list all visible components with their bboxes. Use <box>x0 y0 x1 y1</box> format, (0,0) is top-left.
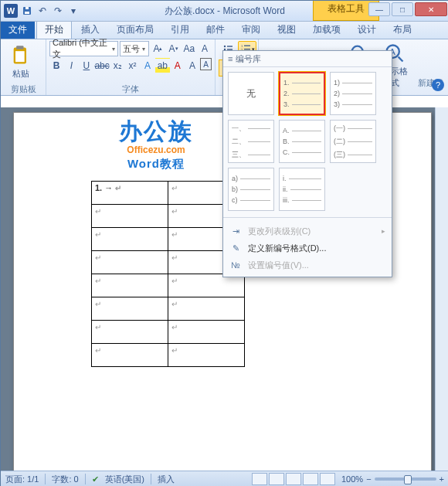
redo-icon[interactable]: ↷ <box>52 5 64 17</box>
zoom-out-button[interactable]: − <box>366 474 371 484</box>
table-row: ↵↵ <box>92 274 245 297</box>
number-option-abc-upper[interactable]: A. B. C. <box>279 120 325 163</box>
change-case-button[interactable]: Aa <box>182 41 196 56</box>
view-draft[interactable] <box>320 473 335 485</box>
table-cell[interactable]: ↵ <box>92 297 168 321</box>
table-cell[interactable]: ↵ <box>168 274 245 297</box>
superscript-button[interactable]: x² <box>125 58 139 73</box>
table-row: ↵↵ <box>92 321 245 344</box>
zoom-slider[interactable] <box>375 478 436 481</box>
table-row: 1. → ↵↵ <box>92 182 245 205</box>
status-language[interactable]: 英语(美国) <box>105 474 144 485</box>
svg-rect-13 <box>244 46 250 46</box>
text-effects-button[interactable]: A <box>141 58 154 73</box>
tab-references[interactable]: 引用 <box>163 21 197 39</box>
view-web[interactable] <box>286 473 301 485</box>
table-cell[interactable]: ↵ <box>92 274 168 297</box>
menu-change-list-level: ⇥更改列表级别(C)▸ <box>223 223 392 240</box>
undo-icon[interactable]: ↶ <box>36 5 49 17</box>
view-fullscreen[interactable] <box>269 473 284 485</box>
close-button[interactable]: ✕ <box>415 2 447 16</box>
word-logo-icon: W <box>4 4 18 18</box>
group-clipboard: 粘贴 剪贴板 <box>1 39 46 95</box>
view-buttons <box>252 473 335 485</box>
font-size-combo[interactable]: 五号▾ <box>120 41 150 56</box>
highlight-button[interactable]: ab <box>155 58 169 73</box>
status-insert-mode[interactable]: 插入 <box>158 474 175 485</box>
list-icon: ≡ <box>228 54 232 63</box>
status-spellcheck-icon[interactable]: ✔ <box>92 474 99 484</box>
svg-rect-5 <box>15 51 25 62</box>
char-border-button[interactable]: A <box>200 58 212 70</box>
zoom-control: 100% − + <box>341 474 444 484</box>
zoom-in-button[interactable]: + <box>440 474 444 484</box>
tab-page-layout[interactable]: 页面布局 <box>109 21 161 39</box>
zoom-label[interactable]: 100% <box>341 474 363 484</box>
subscript-button[interactable]: x₂ <box>110 58 124 73</box>
table-cell[interactable]: ↵ <box>92 228 168 251</box>
number-option-123paren[interactable]: 1) 2) 3) <box>330 72 376 115</box>
table-cell[interactable]: ↵ <box>92 205 168 228</box>
number-option-chinese[interactable]: 一、 二、 三、 <box>228 120 274 163</box>
tab-file[interactable]: 文件 <box>1 21 35 39</box>
strikethrough-button[interactable]: abc <box>94 58 110 73</box>
vertical-scrollbar[interactable] <box>435 107 448 471</box>
tab-view[interactable]: 视图 <box>270 21 304 39</box>
italic-button[interactable]: I <box>64 58 78 73</box>
number-option-chinese-paren[interactable]: (一) (二) (三) <box>330 120 376 163</box>
bold-button[interactable]: B <box>49 58 63 73</box>
group-label-font: 字体 <box>49 83 212 94</box>
table-cell[interactable]: ↵ <box>168 297 245 321</box>
table-cell[interactable]: 1. → ↵ <box>92 182 168 205</box>
phonetic-button[interactable]: A <box>185 58 199 73</box>
table-cell[interactable]: ↵ <box>92 251 168 274</box>
font-color-button[interactable]: A <box>171 58 185 73</box>
shrink-font-button[interactable]: A▾ <box>167 41 181 56</box>
menu-define-new-format[interactable]: ✎定义新编号格式(D)... <box>223 240 392 257</box>
status-page[interactable]: 页面: 1/1 <box>5 474 39 485</box>
font-name-combo[interactable]: Calibri (中文正文▾ <box>49 41 118 56</box>
svg-line-25 <box>399 57 403 62</box>
status-wordcount[interactable]: 字数: 0 <box>52 474 78 485</box>
number-option-roman[interactable]: i. ii. iii. <box>279 168 325 211</box>
tab-review[interactable]: 审阅 <box>234 21 268 39</box>
window-controls: — □ ✕ <box>368 2 447 16</box>
title-bar: W ↶ ↷ ▾ 办公族.docx - Microsoft Word 表格工具 —… <box>1 1 448 22</box>
tab-mailings[interactable]: 邮件 <box>199 21 232 39</box>
menu-set-number-value: №设置编号值(V)... <box>223 257 392 274</box>
status-bar: 页面: 1/1 字数: 0 ✔ 英语(美国) 插入 100% − + <box>1 471 448 486</box>
number-option-abc-lower[interactable]: a) b) c) <box>228 168 274 211</box>
maximize-button[interactable]: □ <box>392 2 413 16</box>
tab-table-layout[interactable]: 布局 <box>385 21 419 39</box>
svg-rect-1 <box>25 12 29 14</box>
table-row: ↵↵ <box>92 344 245 367</box>
qat-more-icon[interactable]: ▾ <box>67 5 80 17</box>
save-icon[interactable] <box>21 5 33 17</box>
view-outline[interactable] <box>303 473 318 485</box>
grow-font-button[interactable]: A▴ <box>151 41 165 56</box>
logo-sub: Officezu.com <box>119 144 193 155</box>
tab-home[interactable]: 开始 <box>36 20 72 39</box>
table-cell[interactable]: ↵ <box>168 344 245 367</box>
window-title: 办公族.docx - Microsoft Word <box>165 5 285 18</box>
number-option-none[interactable]: 无 <box>228 72 274 115</box>
tab-insert[interactable]: 插入 <box>73 21 107 39</box>
tab-design[interactable]: 设计 <box>350 21 384 39</box>
number-option-123dot[interactable]: 1. 2. 3. <box>279 72 325 115</box>
clear-format-button[interactable]: A <box>198 41 212 56</box>
table-row: ↵↵ <box>92 228 245 251</box>
view-print-layout[interactable] <box>252 473 267 485</box>
tab-addins[interactable]: 加载项 <box>305 21 348 39</box>
logo-foot: Word教程 <box>119 157 193 172</box>
paste-button[interactable]: 粘贴 <box>4 43 38 81</box>
gallery-title: ≡编号库 <box>223 51 392 67</box>
minimize-button[interactable]: — <box>368 2 390 16</box>
table-cell[interactable]: ↵ <box>168 321 245 344</box>
help-icon[interactable]: ? <box>432 79 444 91</box>
svg-rect-4 <box>16 46 23 49</box>
table-cell[interactable]: ↵ <box>92 344 168 367</box>
group-label-clipboard: 剪贴板 <box>4 83 42 94</box>
svg-rect-7 <box>227 46 232 46</box>
underline-button[interactable]: U <box>80 58 93 73</box>
table-cell[interactable]: ↵ <box>92 321 168 344</box>
